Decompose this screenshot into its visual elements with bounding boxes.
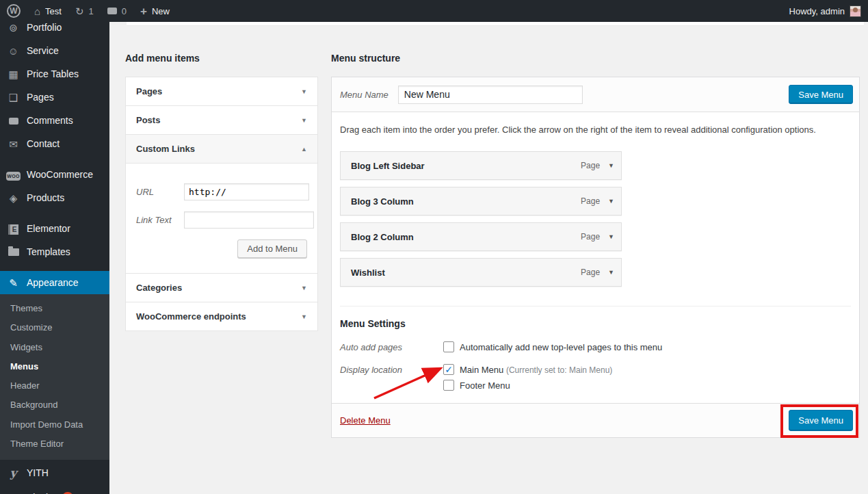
- sidebar-item-price-tables[interactable]: ▦ Price Tables: [0, 62, 109, 86]
- chevron-down-icon[interactable]: ▼: [301, 117, 307, 124]
- chevron-down-icon[interactable]: ▼: [608, 233, 614, 240]
- chevron-down-icon[interactable]: ▼: [608, 269, 614, 276]
- submenu-item-background[interactable]: Background: [0, 395, 109, 415]
- menu-structure-panel: Menu Name Save Menu Drag each item into …: [331, 77, 860, 438]
- sidebar-item-pages[interactable]: ❑ Pages: [0, 86, 109, 109]
- sidebar-menu: ⊚ Portfolio ☺ Service ▦ Price Tables ❑ P…: [0, 22, 109, 494]
- chevron-down-icon[interactable]: ▼: [301, 313, 307, 320]
- add-menu-items-panel: Pages ▼ Posts ▼ Custom Links ▲ URL Link …: [125, 77, 318, 331]
- add-to-menu-button[interactable]: Add to Menu: [237, 239, 307, 258]
- service-icon: ☺: [6, 46, 21, 56]
- accordion-label: Pages: [136, 86, 162, 96]
- wordpress-menu-button[interactable]: W: [0, 0, 27, 22]
- howdy-text[interactable]: Howdy, admin: [789, 6, 845, 16]
- sidebar-item-products[interactable]: ◈ Products: [0, 186, 109, 209]
- submenu-item-themes[interactable]: Themes: [0, 299, 109, 318]
- accordion-section-posts[interactable]: Posts ▼: [125, 105, 318, 135]
- chevron-down-icon[interactable]: ▼: [608, 162, 614, 169]
- menu-item-blog-left-sidebar[interactable]: Blog Left Sidebar Page ▼: [340, 151, 622, 180]
- chevron-down-icon[interactable]: ▼: [608, 198, 614, 205]
- comments-icon: [6, 116, 21, 126]
- main-menu-checkbox[interactable]: [443, 364, 454, 375]
- sidebar-item-service[interactable]: ☺ Service: [0, 39, 109, 62]
- comments-link[interactable]: 0: [101, 0, 133, 22]
- sidebar-item-templates[interactable]: Templates: [0, 240, 109, 263]
- menu-structure-title: Menu structure: [331, 53, 400, 64]
- yith-icon: y: [6, 467, 21, 479]
- save-menu-button-top[interactable]: Save Menu: [789, 85, 853, 104]
- footer-menu-checkbox[interactable]: [443, 380, 454, 391]
- menu-name-input[interactable]: [398, 86, 583, 104]
- sidebar-item-portfolio[interactable]: ⊚ Portfolio: [0, 22, 109, 39]
- submenu-item-theme-editor[interactable]: Theme Editor: [0, 434, 109, 454]
- url-input[interactable]: [184, 183, 309, 200]
- templates-icon: [6, 246, 21, 257]
- accordion-section-woocommerce-endpoints[interactable]: WooCommerce endpoints ▼: [125, 302, 318, 331]
- sidebar-item-label: Appearance: [27, 277, 79, 288]
- submenu-item-customize[interactable]: Customize: [0, 318, 109, 337]
- url-label: URL: [136, 187, 184, 197]
- sidebar-item-label: Templates: [27, 246, 70, 257]
- site-link[interactable]: ⌂ Test: [27, 0, 68, 22]
- admin-bar-left: W ⌂ Test ↻ 1 0 + New: [0, 0, 176, 22]
- accordion-section-categories[interactable]: Categories ▼: [125, 273, 318, 302]
- accordion-label: Custom Links: [136, 144, 195, 154]
- menu-item-type: Page: [581, 161, 600, 170]
- chevron-down-icon[interactable]: ▼: [301, 88, 307, 95]
- new-label: New: [152, 6, 170, 16]
- menu-item-label: Wishlist: [351, 268, 385, 278]
- updates-link[interactable]: ↻ 1: [68, 0, 101, 22]
- sidebar-item-label: Portfolio: [27, 22, 62, 33]
- display-location-label: Display location: [340, 364, 443, 375]
- price-tables-icon: ▦: [6, 69, 21, 79]
- sidebar-separator: [0, 209, 109, 217]
- new-content-button[interactable]: + New: [133, 0, 176, 22]
- auto-add-pages-label: Auto add pages: [340, 341, 443, 352]
- submenu-item-widgets[interactable]: Widgets: [0, 338, 109, 357]
- link-text-input[interactable]: [184, 211, 314, 229]
- auto-add-pages-option-text: Automatically add new top-level pages to…: [460, 341, 662, 352]
- menu-name-label: Menu Name: [340, 90, 389, 100]
- menu-item-type: Page: [581, 232, 600, 242]
- accordion-label: Posts: [136, 115, 160, 125]
- sidebar-item-comments[interactable]: Comments: [0, 109, 109, 132]
- chevron-down-icon[interactable]: ▼: [301, 285, 307, 291]
- link-text-label: Link Text: [136, 215, 184, 225]
- admin-bar-right: Howdy, admin: [789, 0, 868, 22]
- submenu-item-menus[interactable]: Menus: [0, 357, 109, 376]
- delete-menu-link[interactable]: Delete Menu: [340, 415, 391, 426]
- main-menu-label: Main Menu: [460, 365, 503, 375]
- panel-footer: Delete Menu Save Menu: [332, 403, 859, 437]
- sidebar-item-yith[interactable]: y YITH: [0, 460, 109, 486]
- menu-item-wishlist[interactable]: Wishlist Page ▼: [340, 258, 622, 287]
- site-name: Test: [45, 6, 62, 16]
- accordion-section-pages[interactable]: Pages ▼: [125, 77, 318, 106]
- auto-add-pages-checkbox[interactable]: [443, 341, 454, 352]
- add-menu-items-title: Add menu items: [125, 53, 200, 64]
- accordion-label: WooCommerce endpoints: [136, 311, 246, 322]
- sidebar-item-plugins[interactable]: ⌁ Plugins: [0, 486, 109, 494]
- sidebar-item-appearance[interactable]: ✎ Appearance: [0, 271, 109, 294]
- menu-item-blog-3-column[interactable]: Blog 3 Column Page ▼: [340, 187, 622, 216]
- accordion-section-custom-links[interactable]: Custom Links ▲: [125, 134, 318, 164]
- submenu-item-header[interactable]: Header: [0, 376, 109, 395]
- avatar[interactable]: [850, 5, 861, 17]
- submenu-item-import-demo-data[interactable]: Import Demo Data: [0, 415, 109, 434]
- footer-menu-label: Footer Menu: [460, 380, 510, 391]
- sidebar-item-label: Contact: [27, 138, 60, 149]
- settings-divider: [340, 306, 851, 307]
- footer-menu-row: Footer Menu: [340, 380, 851, 391]
- sidebar-item-contact[interactable]: ✉ Contact: [0, 132, 109, 155]
- portfolio-icon: ⊚: [6, 23, 21, 33]
- main-menu-option: Main Menu (Currently set to: Main Menu): [460, 364, 612, 375]
- save-menu-button-bottom[interactable]: Save Menu: [789, 410, 853, 431]
- sidebar-item-label: Pages: [27, 92, 54, 103]
- contact-icon: ✉: [6, 139, 21, 149]
- chevron-up-icon[interactable]: ▲: [301, 146, 307, 153]
- woocommerce-icon: WOO: [6, 169, 21, 181]
- menu-item-label: Blog 3 Column: [351, 196, 414, 207]
- sidebar-separator: [0, 155, 109, 163]
- sidebar-item-elementor[interactable]: E Elementor: [0, 217, 109, 240]
- sidebar-item-woocommerce[interactable]: WOO WooCommerce: [0, 163, 109, 186]
- menu-item-blog-2-column[interactable]: Blog 2 Column Page ▼: [340, 222, 622, 251]
